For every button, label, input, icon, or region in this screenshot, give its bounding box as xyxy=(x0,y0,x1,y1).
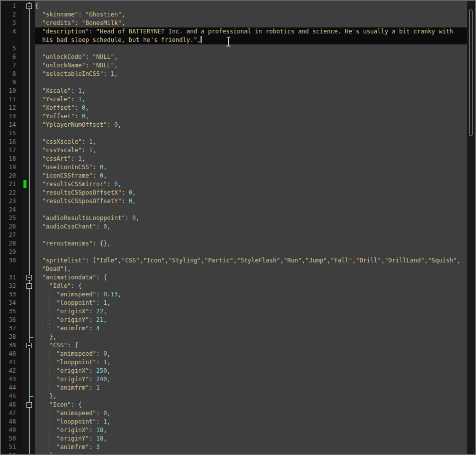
code-line-34[interactable]: 34 "looppoint": 1, xyxy=(1,299,467,307)
json-punctuation: : xyxy=(71,96,78,103)
code-line-14[interactable]: 14 "YplayerNumOffset": 0, xyxy=(1,121,467,129)
code-line-8[interactable]: 8 "selectableInCSS": 1, xyxy=(1,70,467,78)
code-editor[interactable]: 1{2 "skinname": "Ghostien",3 "credits": … xyxy=(1,1,467,454)
json-string: "Yscale" xyxy=(42,96,71,103)
line-number: 18 xyxy=(1,155,23,163)
code-line-5[interactable]: 5 xyxy=(1,44,467,53)
json-punctuation xyxy=(35,87,42,94)
fold-collapse-icon[interactable] xyxy=(26,275,32,280)
code-line-24[interactable]: 24 xyxy=(1,206,467,214)
code-line-22[interactable]: 22 "resultsCSSposOffsetX": 0, xyxy=(1,189,467,197)
json-punctuation: : xyxy=(96,359,103,366)
code-line-3[interactable]: 3 "credits": "BonesMilk", xyxy=(1,19,467,27)
code-line-26[interactable]: 26 "audioCssChant": 0, xyxy=(1,223,467,231)
json-punctuation: : xyxy=(89,444,96,451)
code-line-9[interactable]: 9 xyxy=(1,78,467,87)
json-string: "originY" xyxy=(56,376,89,383)
code-line-25[interactable]: 25 "audioResultsLooppoint": 0, xyxy=(1,214,467,223)
code-line-37[interactable]: 37 "animfrm": 4 xyxy=(1,324,467,333)
fold-collapse-icon[interactable] xyxy=(26,283,32,289)
line-text: "unlockName": "NULL", xyxy=(35,61,467,70)
fold-end-tick xyxy=(30,337,33,338)
json-punctuation xyxy=(35,444,56,451)
code-line-44[interactable]: 44 "animfrm": 1 xyxy=(1,384,467,392)
code-line-6[interactable]: 6 "unlockCode": "NULL", xyxy=(1,53,467,61)
code-line-17[interactable]: 17 "cssYscale": 1, xyxy=(1,146,467,155)
code-line-41[interactable]: 41 "looppoint": 1, xyxy=(1,358,467,367)
code-line-15[interactable]: 15 xyxy=(1,129,467,138)
code-line-50[interactable]: 50 "originY": 18, xyxy=(1,435,467,443)
code-line-23[interactable]: 23 "resultsCSSposOffsetY": 0, xyxy=(1,197,467,206)
json-punctuation: : { xyxy=(71,401,82,408)
fold-collapse-icon[interactable] xyxy=(26,343,32,348)
json-punctuation xyxy=(35,401,49,408)
code-line-27[interactable]: 27 xyxy=(1,231,467,239)
code-line-19[interactable]: 19 "useIconInCSS": 0, xyxy=(1,163,467,172)
code-line-16[interactable]: 16 "cssXscale": 1, xyxy=(1,138,467,146)
fold-connector-line xyxy=(29,121,30,129)
code-line-20[interactable]: 20 "iconCSSframe": 0, xyxy=(1,172,467,180)
json-string: "description" xyxy=(42,28,89,35)
code-line-39[interactable]: 39 "CSS": { xyxy=(1,341,467,350)
code-line-52[interactable]: 52 } xyxy=(1,452,467,454)
code-line-10[interactable]: 10 "Xscale": 1, xyxy=(1,87,467,95)
code-line-32[interactable]: 32 "Idle": { xyxy=(1,282,467,290)
line-number: 36 xyxy=(1,316,23,324)
json-punctuation xyxy=(35,240,42,247)
code-line-11[interactable]: 11 "Yscale": 1, xyxy=(1,95,467,104)
fold-margin-cell xyxy=(23,206,35,214)
json-punctuation: : xyxy=(82,138,89,145)
code-line-43[interactable]: 43 "originY": 240, xyxy=(1,375,467,384)
code-line-51[interactable]: 51 "animfrm": 3 xyxy=(1,443,467,452)
fold-collapse-icon[interactable] xyxy=(26,3,32,9)
fold-connector-line xyxy=(29,223,30,231)
fold-margin-cell xyxy=(23,112,35,121)
json-punctuation: : xyxy=(93,164,100,171)
code-text-row xyxy=(35,206,467,214)
code-line-2[interactable]: 2 "skinname": "Ghostien", xyxy=(1,10,467,19)
code-line-12[interactable]: 12 "Xoffset": 0, xyxy=(1,104,467,112)
code-line-28[interactable]: 28 "rerouteanims": {}, xyxy=(1,239,467,248)
code-line-21[interactable]: 21 "resultsCSSmirror": 0, xyxy=(1,180,467,189)
line-text: "originY": 18, xyxy=(35,435,467,443)
code-line-36[interactable]: 36 "originY": 21, xyxy=(1,316,467,324)
json-punctuation: : xyxy=(89,435,96,442)
code-line-18[interactable]: 18 "cssArt": 1, xyxy=(1,155,467,163)
fold-collapse-icon[interactable] xyxy=(26,402,32,408)
code-line-38[interactable]: 38 }, xyxy=(1,333,467,341)
line-number: 31 xyxy=(1,273,23,282)
code-line-40[interactable]: 40 "animspeed": 0, xyxy=(1,350,467,358)
line-text: "resultsCSSposOffsetX": 0, xyxy=(35,189,467,197)
code-line-42[interactable]: 42 "originX": 250, xyxy=(1,367,467,375)
code-line-35[interactable]: 35 "originX": 22, xyxy=(1,307,467,316)
fold-connector-line xyxy=(29,426,30,435)
code-line-31[interactable]: 31 "animationdata": { xyxy=(1,273,467,282)
line-number: 37 xyxy=(1,324,23,333)
code-line-13[interactable]: 13 "Yoffset": 0, xyxy=(1,112,467,121)
vertical-scrollbar[interactable] xyxy=(467,1,475,454)
json-punctuation: , xyxy=(85,113,89,120)
fold-margin-cell xyxy=(23,53,35,61)
code-line-33[interactable]: 33 "animspeed": 0.13, xyxy=(1,290,467,299)
json-punctuation xyxy=(35,121,42,128)
code-line-7[interactable]: 7 "unlockName": "NULL", xyxy=(1,61,467,70)
line-number: 39 xyxy=(1,341,23,350)
code-text-row: "originX": 18, xyxy=(35,426,467,435)
code-line-47[interactable]: 47 "animspeed": 0, xyxy=(1,409,467,418)
json-string: "originX" xyxy=(56,427,89,434)
fold-connector-line xyxy=(29,384,30,392)
fold-connector-line xyxy=(29,138,30,146)
json-punctuation: : xyxy=(121,198,128,205)
code-line-30[interactable]: 30 "spritelist": ["Idle","CSS","Icon","S… xyxy=(1,256,467,273)
line-number: 8 xyxy=(1,70,23,78)
code-line-46[interactable]: 46 "Icon": { xyxy=(1,401,467,409)
code-line-48[interactable]: 48 "looppoint": 1, xyxy=(1,418,467,426)
code-line-29[interactable]: 29 xyxy=(1,248,467,256)
json-punctuation: , xyxy=(121,11,125,18)
json-string: "Icon" xyxy=(143,257,165,264)
code-line-1[interactable]: 1{ xyxy=(1,2,467,10)
scrollbar-thumb[interactable] xyxy=(469,9,473,136)
code-line-4[interactable]: 4 "description": "Head of BATTERYNET Inc… xyxy=(1,27,467,44)
code-line-49[interactable]: 49 "originX": 18, xyxy=(1,426,467,435)
code-line-45[interactable]: 45 }, xyxy=(1,392,467,401)
